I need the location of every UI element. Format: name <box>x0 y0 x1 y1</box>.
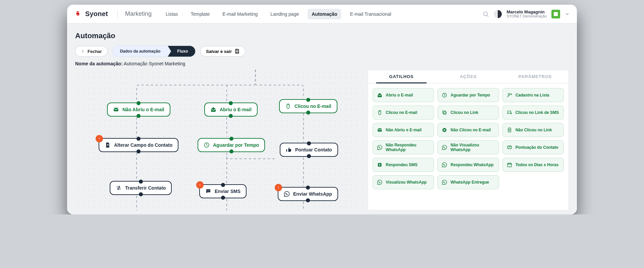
mouse-icon <box>285 103 291 109</box>
palette-item[interactable]: Abriu o E-mail <box>373 88 434 102</box>
node-label: Pontuar Contato <box>295 147 332 152</box>
warning-badge-icon <box>196 181 204 189</box>
palette-item-label: Respondeu WhatsApp <box>450 162 493 167</box>
calendar-icon <box>507 162 512 168</box>
automation-name-label: Nome da automação: <box>75 61 123 66</box>
node-enviar-whatsapp[interactable]: Enviar WhatsApp <box>278 187 338 201</box>
palette-item[interactable]: Clicou no E-mail <box>373 106 434 120</box>
search-icon[interactable] <box>482 11 489 17</box>
palette-item[interactable]: Respondeu WhatsApp <box>437 158 499 172</box>
nav-automacao[interactable]: Automação <box>308 9 341 19</box>
step-fluxo[interactable]: Fluxo <box>168 46 195 57</box>
palette-item-label: Não Clicou no Link <box>516 128 552 132</box>
tab-parametros[interactable]: PARÂMETROS <box>502 70 569 83</box>
palette-item-label: Abriu o E-mail <box>386 93 413 97</box>
palette-item-label: Respondeu SMS <box>386 162 418 167</box>
palette-item[interactable]: Aguardar por Tempo <box>437 88 499 102</box>
automation-name-row: Nome da automação: Automação Syonet Mark… <box>75 61 569 66</box>
nav-template[interactable]: Template <box>187 9 214 19</box>
thumb-icon <box>286 147 292 153</box>
palette-item-label: Clicou no E-mail <box>386 110 417 115</box>
close-button[interactable]: Fechar <box>75 46 108 57</box>
copy-icon <box>442 110 447 115</box>
workspace: Não Abriu o E-mail Abriu o E-mail Clicou… <box>75 70 569 210</box>
palette-item[interactable]: Clicou no Link <box>437 106 499 120</box>
palette-item[interactable]: Não Visualizou WhatsApp <box>437 140 499 154</box>
palette-item-label: Todos os Dias x Horas <box>516 162 558 167</box>
save-exit-button[interactable]: Salvar e sair <box>200 46 246 57</box>
theme-toggle-icon[interactable] <box>494 10 502 18</box>
palette-item[interactable]: Não Abriu o E-mail <box>373 123 434 137</box>
node-nao-abriu-email[interactable]: Não Abriu o E-mail <box>107 103 170 117</box>
palette-item[interactable]: Pontuação do Contato <box>502 140 564 154</box>
node-label: Abriu o E-mail <box>220 107 252 112</box>
node-enviar-sms[interactable]: Enviar SMS <box>199 184 247 198</box>
palette-item-label: Visualizou WhatsApp <box>386 180 427 185</box>
top-nav: Listas Template E-mail Marketing Landing… <box>162 9 395 19</box>
node-label: Clicou no E-mail <box>294 104 331 109</box>
user-org: SYONET Demonstração <box>506 14 547 18</box>
whatsapp-icon <box>284 191 290 197</box>
app-header: Syonet Marketing Listas Template E-mail … <box>67 5 577 23</box>
automation-name-value: Automação Syonet Marketing <box>124 61 185 66</box>
node-abriu-email[interactable]: Abriu o E-mail <box>204 103 258 117</box>
node-transferir-contato[interactable]: Transferir Contato <box>110 181 172 195</box>
node-pontuar-contato[interactable]: Pontuar Contato <box>280 143 338 157</box>
mail-open-icon <box>377 92 382 98</box>
tab-gatilhos[interactable]: GATILHOS <box>368 70 435 83</box>
nav-listas[interactable]: Listas <box>162 9 182 19</box>
user-add-icon <box>507 92 512 98</box>
step-dados[interactable]: Dados da automação <box>113 46 168 57</box>
warning-badge-icon <box>96 135 103 142</box>
whatsapp-icon <box>442 145 447 150</box>
save-icon <box>234 49 240 54</box>
palette-item[interactable]: Respondeu SMS <box>373 158 434 172</box>
whatsapp-icon <box>377 145 382 150</box>
wizard-steps: Dados da automação Fluxo <box>112 46 196 57</box>
sms-icon <box>205 188 211 194</box>
palette-item-label: WhatsApp Entregue <box>450 180 489 185</box>
palette-item-label: Não Abriu o E-mail <box>386 128 422 132</box>
page-title: Automação <box>75 31 569 40</box>
whatsapp-icon <box>377 180 382 185</box>
palette-item[interactable]: Visualizou WhatsApp <box>373 175 434 189</box>
palette-panel: GATILHOS AÇÕES PARÂMETROS Abriu o E-mail… <box>368 70 569 210</box>
plus-square-icon <box>377 162 382 168</box>
node-label: Aguardar por Tempo <box>213 142 259 148</box>
palette-item-label: Cadastro na Lista <box>516 93 549 97</box>
clock-icon <box>442 92 447 98</box>
mail-icon <box>113 107 119 113</box>
wizard-toolbar: Fechar Dados da automação Fluxo Salvar e… <box>75 46 569 57</box>
flow-canvas[interactable]: Não Abriu o E-mail Abriu o E-mail Clicou… <box>75 70 362 210</box>
node-clicou-email[interactable]: Clicou no E-mail <box>279 99 337 113</box>
close-label: Fechar <box>88 49 102 54</box>
node-alterar-campo[interactable]: Alterar Campo do Contato <box>99 138 178 152</box>
palette-item[interactable]: Cadastro na Lista <box>502 88 564 102</box>
nav-email-trans[interactable]: E-mail Transacional <box>346 9 395 19</box>
palette-item[interactable]: Não Clicou no E-mail <box>437 123 499 137</box>
link-x-icon <box>507 127 512 133</box>
mail-open-icon <box>210 107 216 113</box>
sms-link-icon <box>507 110 512 115</box>
node-label: Enviar SMS <box>215 189 240 194</box>
user-info[interactable]: Marcelo Magagnin SYONET Demonstração <box>506 10 547 18</box>
warning-badge-icon <box>275 184 282 191</box>
palette-item[interactable]: Não Clicou no Link <box>502 123 564 137</box>
brand-mark-icon <box>74 10 82 18</box>
palette-item[interactable]: Todos os Dias x Horas <box>502 158 564 172</box>
nav-email-mkt[interactable]: E-mail Marketing <box>218 9 262 19</box>
palette-item[interactable]: Não Respondeu WhatsApp <box>373 140 434 154</box>
mail-x-icon <box>442 127 447 133</box>
chevron-down-icon[interactable] <box>565 12 570 16</box>
palette-item-label: Não Clicou no E-mail <box>450 128 491 132</box>
mail-icon <box>377 127 382 133</box>
save-exit-label: Salvar e sair <box>206 49 232 54</box>
nav-landing-page[interactable]: Landing page <box>266 9 303 19</box>
node-aguardar-tempo[interactable]: Aguardar por Tempo <box>198 138 265 152</box>
node-label: Alterar Campo do Contato <box>114 142 172 148</box>
node-label: Não Abriu o E-mail <box>122 107 164 112</box>
tenant-icon[interactable] <box>551 10 560 18</box>
tab-acoes[interactable]: AÇÕES <box>435 70 501 83</box>
palette-item[interactable]: WhatsApp Entregue <box>437 175 499 189</box>
palette-item[interactable]: Clicou no Link de SMS <box>502 106 564 120</box>
